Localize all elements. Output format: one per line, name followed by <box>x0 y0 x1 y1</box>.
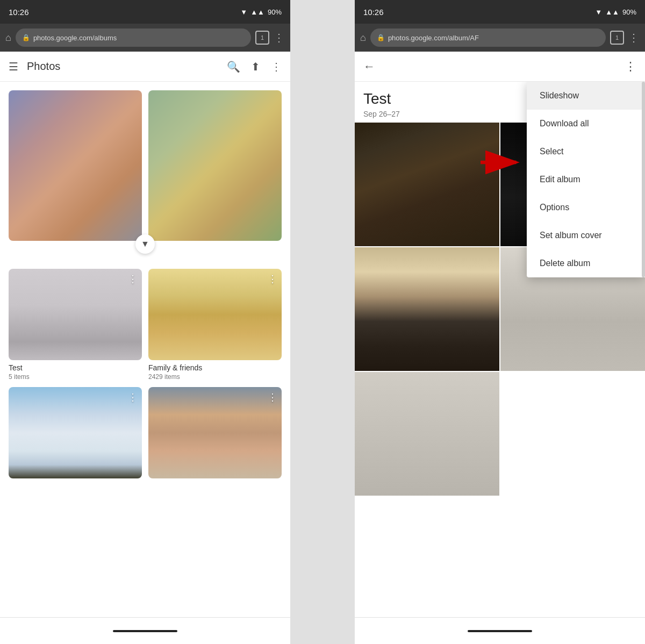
right-home-icon[interactable]: ⌂ <box>360 32 366 44</box>
blurred-albums-section: ▼ <box>0 82 290 264</box>
album-card-family[interactable]: ⋮ Family & friends 2429 items <box>148 269 282 381</box>
album-card-selfie[interactable]: ⋮ <box>148 387 282 482</box>
phone-divider <box>290 0 355 644</box>
right-browser-more-icon[interactable]: ⋮ <box>628 31 640 44</box>
photo-3[interactable] <box>355 247 499 371</box>
back-button[interactable]: ← <box>363 60 375 74</box>
right-phone: 10:26 ▼ ▲▲ 90% ⌂ 🔒 photos.google.com/alb… <box>355 0 645 644</box>
album-name-family: Family & friends <box>148 363 282 372</box>
context-menu: Slideshow Download all Select Edit album… <box>527 82 645 277</box>
album-count-test: 5 items <box>9 373 142 381</box>
right-toolbar: ← ⋮ <box>355 52 645 82</box>
album-card-taj[interactable]: ⋮ <box>9 387 142 482</box>
more-options-icon[interactable]: ⋮ <box>271 60 282 73</box>
chevron-down-icon: ▼ <box>141 239 149 249</box>
right-content: Test Sep 26–27 <box>355 82 645 617</box>
scroll-indicator: ▼ <box>135 234 155 254</box>
right-status-icons: ▼ ▲▲ 90% <box>595 8 636 16</box>
right-battery-level: 90% <box>622 8 636 16</box>
left-address-bar: ⌂ 🔒 photos.google.com/albums 1 ⋮ <box>0 24 290 52</box>
left-content: ▼ ⋮ Test 5 items ⋮ Family & friends <box>0 82 290 617</box>
right-tab-count: 1 <box>615 34 619 41</box>
home-icon[interactable]: ⌂ <box>5 32 11 44</box>
album-more-button-taj[interactable]: ⋮ <box>128 391 138 403</box>
right-url-text: photos.google.com/album/AF <box>388 34 479 42</box>
left-url-bar[interactable]: 🔒 photos.google.com/albums <box>16 28 251 47</box>
app-title: Photos <box>27 60 227 73</box>
album-grid: ⋮ Test 5 items ⋮ Family & friends 2429 i… <box>0 264 290 490</box>
album-thumbnail-test: ⋮ <box>9 269 142 360</box>
battery-level: 90% <box>268 8 282 16</box>
lock-icon: 🔒 <box>22 34 30 41</box>
album-card-test[interactable]: ⋮ Test 5 items <box>9 269 142 381</box>
left-phone: 10:26 ▼ ▲▲ 90% ⌂ 🔒 photos.google.com/alb… <box>0 0 290 644</box>
album-thumbnail-selfie: ⋮ <box>148 387 282 478</box>
browser-more-icon[interactable]: ⋮ <box>274 31 285 44</box>
album-thumbnail-taj: ⋮ <box>9 387 142 478</box>
left-status-icons: ▼ ▲▲ 90% <box>240 8 282 16</box>
album-more-button[interactable]: ⋮ <box>128 273 138 285</box>
photo-1[interactable] <box>355 123 499 246</box>
menu-item-select[interactable]: Select <box>527 138 645 166</box>
right-wifi-icon: ▼ <box>595 8 602 16</box>
album-more-button-family[interactable]: ⋮ <box>268 273 277 285</box>
right-signal-icon: ▲▲ <box>605 8 619 16</box>
blurred-album-right[interactable] <box>148 90 282 241</box>
signal-icon: ▲▲ <box>250 8 264 16</box>
toolbar-actions: 🔍 ⬆ ⋮ <box>227 60 282 73</box>
photo-5[interactable] <box>355 372 499 496</box>
menu-item-options[interactable]: Options <box>527 194 645 221</box>
menu-item-set-album-cover[interactable]: Set album cover <box>527 221 645 249</box>
right-status-bar: 10:26 ▼ ▲▲ 90% <box>355 0 645 24</box>
menu-item-edit-album[interactable]: Edit album <box>527 166 645 194</box>
album-count-family: 2429 items <box>148 373 282 381</box>
menu-item-delete-album[interactable]: Delete album <box>527 249 645 277</box>
bottom-navigation <box>0 617 290 644</box>
blurred-album-left[interactable] <box>9 90 142 241</box>
menu-item-download-all[interactable]: Download all <box>527 110 645 138</box>
search-icon[interactable]: 🔍 <box>227 60 240 73</box>
right-more-icon[interactable]: ⋮ <box>625 60 636 74</box>
album-more-button-selfie[interactable]: ⋮ <box>268 391 277 403</box>
left-status-time: 10:26 <box>9 8 29 17</box>
menu-item-slideshow[interactable]: Slideshow <box>527 82 645 110</box>
right-status-time: 10:26 <box>363 8 384 17</box>
left-url-text: photos.google.com/albums <box>33 34 117 42</box>
right-address-bar: ⌂ 🔒 photos.google.com/album/AF 1 ⋮ <box>355 24 645 52</box>
menu-icon[interactable]: ☰ <box>9 60 18 73</box>
right-lock-icon: 🔒 <box>377 34 385 41</box>
right-home-indicator <box>468 630 532 632</box>
tab-count: 1 <box>261 34 264 41</box>
tab-switcher[interactable]: 1 <box>255 31 269 45</box>
context-menu-scrollbar <box>642 82 645 277</box>
home-indicator <box>113 630 177 632</box>
right-tab-switcher[interactable]: 1 <box>610 31 624 45</box>
right-bottom-navigation <box>355 617 645 644</box>
wifi-icon: ▼ <box>240 8 247 16</box>
album-name-test: Test <box>9 363 142 372</box>
left-status-bar: 10:26 ▼ ▲▲ 90% <box>0 0 290 24</box>
upload-icon[interactable]: ⬆ <box>251 60 260 73</box>
album-thumbnail-family: ⋮ <box>148 269 282 360</box>
right-url-bar[interactable]: 🔒 photos.google.com/album/AF <box>370 28 606 47</box>
left-toolbar: ☰ Photos 🔍 ⬆ ⋮ <box>0 52 290 82</box>
